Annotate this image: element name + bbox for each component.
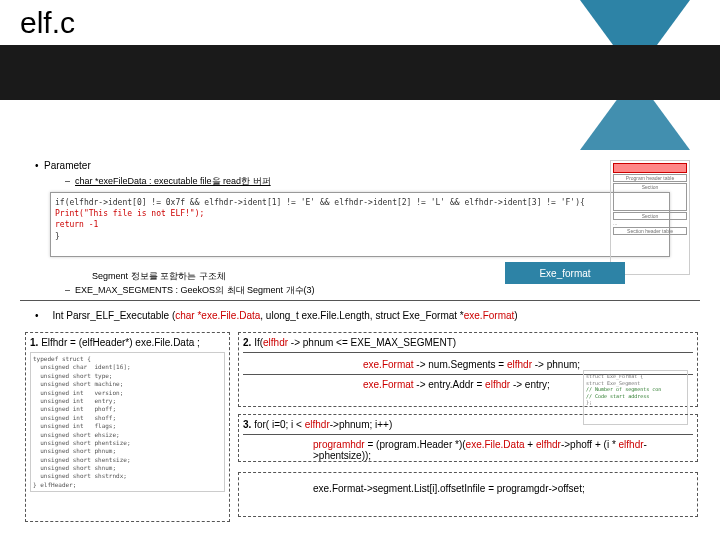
code-l4: } xyxy=(55,231,665,242)
s3l2e: elfhdr xyxy=(536,439,561,450)
slide: elf.c • Parameter – char *exeFileData : … xyxy=(0,0,720,540)
s3l1a: for( i=0; i < xyxy=(254,419,305,430)
s2l2a: exe.Format xyxy=(363,359,414,370)
str-d: ->offset; xyxy=(549,483,585,494)
s2l2c: elfhdr xyxy=(507,359,532,370)
step1-header: 1. Elfhdr = (elfHeader*) exe.File.Data ; xyxy=(30,337,225,348)
code-snippet: if(elfhdr->ident[0] != 0x7f && elfhdr->i… xyxy=(50,192,670,257)
step3-l2: programhdr = (program.Header *)(exe.File… xyxy=(313,439,693,461)
step3-l1: 3. for( i=0; i < elfhdr->phnum; i++) xyxy=(243,419,693,430)
max-seg-text: EXE_MAX_SEGMENTS : GeekOS의 최대 Segment 개수… xyxy=(75,285,315,295)
s3l2c: exe.File.Data xyxy=(466,439,525,450)
divider xyxy=(20,300,700,301)
param-heading: • Parameter xyxy=(35,160,375,171)
function-signature: • Int Parsr_ELF_Executable (char *exe.Fi… xyxy=(35,310,518,321)
param-line1-text: char *exeFileData : executable file을 rea… xyxy=(75,176,271,186)
elf-hdr-box xyxy=(613,163,687,173)
step3-box: 3. for( i=0; i < elfhdr->phnum; i++) pro… xyxy=(238,414,698,462)
s3l2b: = (program.Header *)( xyxy=(365,439,466,450)
step1-text: Elfhdr = (elfHeader*) exe.File.Data ; xyxy=(41,337,200,348)
s2l1b: elfhdr xyxy=(263,337,288,348)
s3l2a: programhdr xyxy=(313,439,365,450)
str-c: programgdr xyxy=(497,483,549,494)
func-mid1: , ulong_t exe.File.Length, struct Exe_Fo… xyxy=(260,310,463,321)
str-b: ->segment.List[i].offsetInfile = xyxy=(364,483,497,494)
code-l2: Print("This file is not ELF!"); xyxy=(55,208,665,219)
s2l3a: exe.Format xyxy=(363,379,414,390)
d2 xyxy=(243,352,693,353)
s3l2g: elfhdr xyxy=(619,439,644,450)
d4 xyxy=(243,434,693,435)
s2l3d: -> entry; xyxy=(510,379,550,390)
max-seg-desc: – EXE_MAX_SEGMENTS : GeekOS의 최대 Segment … xyxy=(65,284,315,297)
t5: }; xyxy=(586,399,685,406)
exe-format-label: Exe_format xyxy=(505,262,625,284)
sht-box: Section header table xyxy=(613,227,687,235)
s2l1c: -> phnum <= EXE_MAX_SEGMENT) xyxy=(288,337,456,348)
s3l2f: ->phoff + (i * xyxy=(561,439,619,450)
code-l1: if(elfhdr->ident[0] != 0x7f && elfhdr->i… xyxy=(55,197,665,208)
parameter-block: • Parameter – char *exeFileData : execut… xyxy=(35,160,375,188)
pht-box: Program header table xyxy=(613,174,687,182)
param-heading-text: Parameter xyxy=(44,160,91,171)
step2-l1: 2. If(elfhdr -> phnum <= EXE_MAX_SEGMENT… xyxy=(243,337,693,348)
stray-line: exe.Format->segment.List[i].offsetInfile… xyxy=(313,483,693,494)
s3l2d: + xyxy=(525,439,536,450)
elfheader-struct: typedef struct { unsigned char ident[16]… xyxy=(30,352,225,492)
s2l2b: -> num.Segments = xyxy=(414,359,507,370)
param-line1: – char *exeFileData : executable file을 r… xyxy=(65,175,375,188)
step1-box: 1. Elfhdr = (elfHeader*) exe.File.Data ;… xyxy=(25,332,230,522)
step3-num: 3. xyxy=(243,419,251,430)
step1-num: 1. xyxy=(30,337,38,348)
func-pre: Int Parsr_ELF_Executable ( xyxy=(52,310,175,321)
code-l3: return -1 xyxy=(55,219,665,230)
page-title: elf.c xyxy=(20,6,75,40)
step2-l2: exe.Format -> num.Segments = elfhdr -> p… xyxy=(363,359,693,370)
segment-desc: Segment 정보를 포함하는 구조체 xyxy=(92,270,226,283)
s2l2d: -> phnum; xyxy=(532,359,580,370)
func-arg1: char *exe.File.Data xyxy=(175,310,260,321)
elf-diagram: Program header table Section Section ···… xyxy=(610,160,690,275)
s2l1a: If( xyxy=(254,337,263,348)
step2-num: 2. xyxy=(243,337,251,348)
s2l3b: -> entry.Addr = xyxy=(414,379,486,390)
stray-box: exe.Format->segment.List[i].offsetInfile… xyxy=(238,472,698,517)
func-post: ) xyxy=(514,310,517,321)
title-band xyxy=(0,45,720,100)
s3l1c: ->phnum; i++) xyxy=(330,419,393,430)
str-a: exe.Format xyxy=(313,483,364,494)
sec-box: Section xyxy=(613,183,687,211)
s2l3c: elfhdr xyxy=(485,379,510,390)
sec-box2: Section xyxy=(613,212,687,220)
func-arg2: exe.Format xyxy=(464,310,515,321)
s3l1b: elfhdr xyxy=(305,419,330,430)
